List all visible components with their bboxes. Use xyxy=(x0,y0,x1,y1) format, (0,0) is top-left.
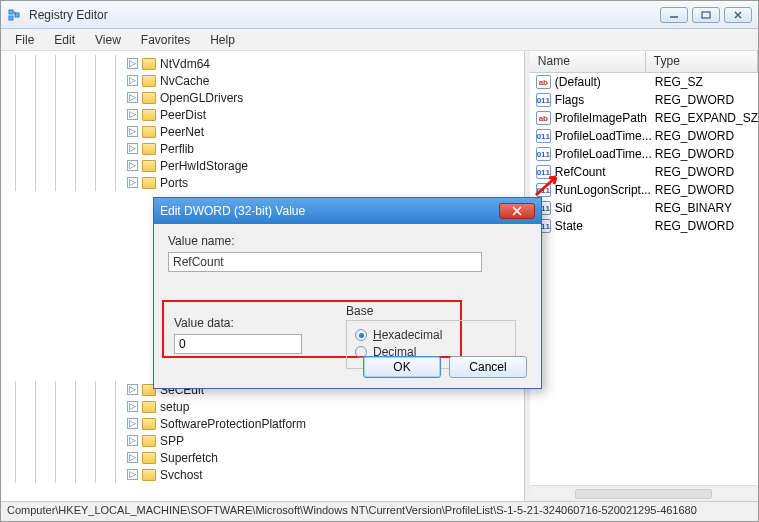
value-name: Flags xyxy=(555,93,655,107)
col-type[interactable]: Type xyxy=(646,51,758,72)
expander-icon[interactable]: ▷ xyxy=(127,469,138,480)
valuedata-input[interactable] xyxy=(174,334,302,354)
tree-node[interactable]: ▷NvCache xyxy=(7,72,524,89)
cancel-button[interactable]: Cancel xyxy=(449,356,527,378)
expander-icon[interactable]: ▷ xyxy=(127,160,138,171)
value-icon: 011 xyxy=(536,165,551,179)
tree-node-label: Superfetch xyxy=(160,451,218,465)
valuename-label: Value name: xyxy=(168,234,527,248)
tree-node-label: NvCache xyxy=(160,74,209,88)
list-row[interactable]: 011ProfileLoadTime...REG_DWORD xyxy=(530,145,758,163)
tree-node[interactable]: ▷Svchost xyxy=(7,466,524,483)
list-row[interactable]: 011StateREG_DWORD xyxy=(530,217,758,235)
tree-node-label: NtVdm64 xyxy=(160,57,210,71)
tree-node[interactable]: ▷OpenGLDrivers xyxy=(7,89,524,106)
tree-node-label: Ports xyxy=(160,176,188,190)
list-row[interactable]: 011SidREG_BINARY xyxy=(530,199,758,217)
folder-icon xyxy=(142,469,156,481)
expander-icon[interactable]: ▷ xyxy=(127,418,138,429)
expander-icon[interactable]: ▷ xyxy=(127,143,138,154)
tree-node-label: setup xyxy=(160,400,189,414)
list-header: Name Type xyxy=(530,51,758,73)
tree-guides xyxy=(7,466,127,483)
valuename-input[interactable] xyxy=(168,252,482,272)
tree-node-label: PeerDist xyxy=(160,108,206,122)
value-name: Sid xyxy=(555,201,655,215)
tree-guides xyxy=(7,89,127,106)
tree-node[interactable]: ▷setup xyxy=(7,398,524,415)
value-name: ProfileLoadTime... xyxy=(555,147,655,161)
tree-node[interactable]: ▷SoftwareProtectionPlatform xyxy=(7,415,524,432)
svg-rect-1 xyxy=(9,16,13,20)
list-row[interactable]: ab(Default)REG_SZ xyxy=(530,73,758,91)
expander-icon[interactable]: ▷ xyxy=(127,401,138,412)
col-name[interactable]: Name xyxy=(530,51,646,72)
list-body[interactable]: ab(Default)REG_SZ011FlagsREG_DWORDabProf… xyxy=(530,73,758,485)
value-type: REG_SZ xyxy=(655,75,758,89)
dialog-titlebar[interactable]: Edit DWORD (32-bit) Value xyxy=(154,198,541,224)
folder-icon xyxy=(142,92,156,104)
dialog-buttons: OK Cancel xyxy=(363,356,527,378)
value-type: REG_DWORD xyxy=(655,129,758,143)
maximize-button[interactable] xyxy=(692,7,720,23)
dialog-title: Edit DWORD (32-bit) Value xyxy=(160,204,499,218)
expander-icon[interactable]: ▷ xyxy=(127,126,138,137)
expander-icon[interactable]: ▷ xyxy=(127,75,138,86)
svg-rect-0 xyxy=(9,10,13,14)
tree-node[interactable]: ▷Perflib xyxy=(7,140,524,157)
horizontal-scrollbar[interactable] xyxy=(530,485,758,501)
tree-guides xyxy=(7,72,127,89)
value-name: State xyxy=(555,219,655,233)
list-row[interactable]: 011ProfileLoadTime...REG_DWORD xyxy=(530,127,758,145)
close-button[interactable] xyxy=(724,7,752,23)
tree-node-label: OpenGLDrivers xyxy=(160,91,243,105)
dialog-body: Value name: Value data: Base Hexadecimal… xyxy=(154,224,541,388)
menu-view[interactable]: View xyxy=(85,31,131,49)
ok-button[interactable]: OK xyxy=(363,356,441,378)
value-type: REG_DWORD xyxy=(655,219,758,233)
radio-icon xyxy=(355,329,367,341)
tree-node-label: Perflib xyxy=(160,142,194,156)
expander-icon[interactable]: ▷ xyxy=(127,92,138,103)
tree-node[interactable]: ▷PerHwIdStorage xyxy=(7,157,524,174)
menu-help[interactable]: Help xyxy=(200,31,245,49)
dialog-close-button[interactable] xyxy=(499,203,535,219)
radio-hexadecimal[interactable]: Hexadecimal xyxy=(355,328,507,342)
tree-guides xyxy=(7,432,127,449)
value-icon: ab xyxy=(536,75,551,89)
tree-node[interactable]: ▷NtVdm64 xyxy=(7,55,524,72)
expander-icon[interactable]: ▷ xyxy=(127,177,138,188)
expander-icon[interactable]: ▷ xyxy=(127,384,138,395)
folder-icon xyxy=(142,418,156,430)
tree-node[interactable]: ▷PeerNet xyxy=(7,123,524,140)
list-row[interactable]: 011RunLogonScript...REG_DWORD xyxy=(530,181,758,199)
value-name: RunLogonScript... xyxy=(555,183,655,197)
tree-node[interactable]: ▷PeerDist xyxy=(7,106,524,123)
tree-node[interactable]: ▷SPP xyxy=(7,432,524,449)
expander-icon[interactable]: ▷ xyxy=(127,435,138,446)
expander-icon[interactable]: ▷ xyxy=(127,58,138,69)
list-row[interactable]: abProfileImagePathREG_EXPAND_SZ xyxy=(530,109,758,127)
tree-node-label: SPP xyxy=(160,434,184,448)
status-bar: Computer\HKEY_LOCAL_MACHINE\SOFTWARE\Mic… xyxy=(1,501,758,521)
list-row[interactable]: 011FlagsREG_DWORD xyxy=(530,91,758,109)
menu-favorites[interactable]: Favorites xyxy=(131,31,200,49)
folder-icon xyxy=(142,177,156,189)
value-type: REG_BINARY xyxy=(655,201,758,215)
value-icon: ab xyxy=(536,111,551,125)
list-pane: Name Type ab(Default)REG_SZ011FlagsREG_D… xyxy=(530,51,758,501)
list-row[interactable]: 011RefCountREG_DWORD xyxy=(530,163,758,181)
minimize-button[interactable] xyxy=(660,7,688,23)
tree-node[interactable]: ▷Ports xyxy=(7,174,524,191)
tree-guides xyxy=(7,106,127,123)
menu-edit[interactable]: Edit xyxy=(44,31,85,49)
expander-icon[interactable]: ▷ xyxy=(127,109,138,120)
value-type: REG_DWORD xyxy=(655,165,758,179)
expander-icon[interactable]: ▷ xyxy=(127,452,138,463)
tree-node[interactable]: ▷Superfetch xyxy=(7,449,524,466)
tree-guides xyxy=(7,123,127,140)
menu-file[interactable]: File xyxy=(5,31,44,49)
window-controls xyxy=(660,7,752,23)
svg-rect-4 xyxy=(702,12,710,18)
folder-icon xyxy=(142,401,156,413)
